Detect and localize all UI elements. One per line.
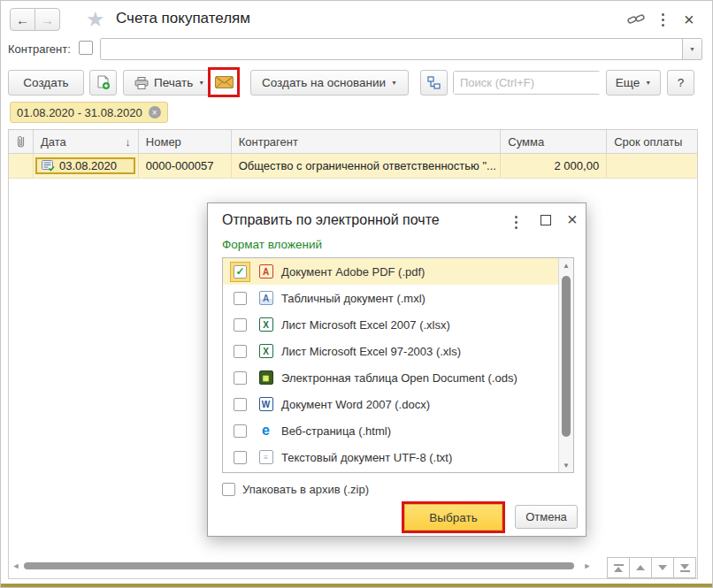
xlsx-checkbox[interactable] xyxy=(234,318,247,332)
zip-checkbox[interactable] xyxy=(222,483,235,496)
format-label: Электронная таблица Open Document (.ods) xyxy=(281,371,518,385)
dialog-close-icon[interactable]: × xyxy=(567,210,578,228)
triangle-up-icon xyxy=(614,567,623,572)
window-menu-icon[interactable] xyxy=(662,13,664,27)
copy-new-button[interactable] xyxy=(89,70,117,95)
vscroll-thumb[interactable] xyxy=(562,276,571,437)
format-row-pdf[interactable]: ✓ A Документ Adobe PDF (.pdf) xyxy=(223,258,560,285)
format-label: Табличный документ (.mxl) xyxy=(281,292,426,305)
page-up-button[interactable] xyxy=(629,557,652,578)
window-close-icon[interactable]: × xyxy=(684,11,694,28)
ods-checkbox[interactable] xyxy=(234,371,247,385)
hscroll-thumb[interactable] xyxy=(24,562,574,569)
html-checkbox[interactable] xyxy=(234,424,247,438)
paperclip-icon xyxy=(16,134,26,149)
sum-column-label: Сумма xyxy=(508,135,544,149)
printer-icon xyxy=(134,77,149,89)
forward-button[interactable]: → xyxy=(34,8,60,31)
email-envelope-icon[interactable] xyxy=(215,76,234,88)
txt-checkbox[interactable] xyxy=(234,451,247,464)
favorite-star-icon[interactable]: ★ xyxy=(86,7,105,32)
chevron-down-icon: ▼ xyxy=(198,80,204,86)
counterparty-column-label: Контрагент xyxy=(239,135,298,149)
checkbox-cell xyxy=(230,288,250,309)
dialog-vertical-scrollbar[interactable]: ▲ ▼ xyxy=(558,258,573,472)
row-counterparty-cell[interactable]: Общество с ограниченной ответственностью… xyxy=(232,154,502,178)
web-page-icon: e xyxy=(259,424,273,438)
number-column-header[interactable]: Номер xyxy=(139,130,232,153)
format-row-html[interactable]: e Веб-страница (.html) xyxy=(223,417,573,444)
selected-cell[interactable]: 03.08.2020 xyxy=(35,157,135,174)
remove-filter-icon[interactable]: × xyxy=(149,106,161,118)
print-button[interactable]: Печать ▼ xyxy=(123,70,216,95)
dialog-menu-icon[interactable] xyxy=(515,216,518,229)
format-label: Документ Adobe PDF (.pdf) xyxy=(281,265,425,279)
format-row-ods[interactable]: ▦ Электронная таблица Open Document (.od… xyxy=(223,364,573,391)
back-button[interactable]: ← xyxy=(10,8,35,31)
create-button-label: Создать xyxy=(23,76,68,89)
period-filter-text: 01.08.2020 - 31.08.2020 xyxy=(17,106,142,119)
counterparty-checkbox[interactable] xyxy=(79,41,93,55)
format-label: Текстовый документ UTF-8 (.txt) xyxy=(281,451,452,464)
dialog-maximize-icon[interactable] xyxy=(540,215,551,225)
date-column-header[interactable]: Дата↓ xyxy=(34,130,139,153)
link-icon[interactable] xyxy=(627,12,645,29)
scroll-down-icon[interactable]: ▼ xyxy=(559,458,573,472)
format-row-mxl[interactable]: A Табличный документ (.mxl) xyxy=(223,285,573,311)
zip-option[interactable]: Упаковать в архив (.zip) xyxy=(222,483,369,496)
select-button-annotation: Выбрать xyxy=(402,501,505,533)
xls-checkbox[interactable] xyxy=(234,345,247,358)
search-input[interactable] xyxy=(454,72,622,94)
sum-column-header[interactable]: Сумма xyxy=(501,130,607,153)
format-row-xls[interactable]: X Лист Microsoft Excel 97-2003 (.xls) xyxy=(223,338,573,364)
sort-desc-icon: ↓ xyxy=(125,135,131,149)
period-filter-tag[interactable]: 01.08.2020 - 31.08.2020 × xyxy=(10,102,168,123)
counterparty-column-header[interactable]: Контрагент xyxy=(232,130,502,153)
scroll-right-icon[interactable]: ► xyxy=(581,561,594,570)
pdf-checkbox[interactable]: ✓ xyxy=(234,265,247,279)
table-row[interactable]: 03.08.2020 0000-000057 Общество с ограни… xyxy=(9,154,697,179)
go-last-button[interactable] xyxy=(673,557,696,578)
checkbox-cell xyxy=(230,341,250,362)
create-based-on-button[interactable]: Создать на основании ▼ xyxy=(250,70,409,95)
row-number-cell[interactable]: 0000-000057 xyxy=(139,154,232,178)
format-row-xlsx[interactable]: X Лист Microsoft Excel 2007 (.xlsx) xyxy=(223,311,573,338)
horizontal-scrollbar[interactable]: ◄ ► xyxy=(10,558,594,574)
page-title: Счета покупателям xyxy=(116,10,250,27)
table-header: Дата↓ Номер Контрагент Сумма Срок оплаты xyxy=(9,130,697,154)
counterparty-input[interactable] xyxy=(101,39,682,59)
go-first-button[interactable] xyxy=(607,557,630,578)
format-row-docx[interactable]: W Документ Word 2007 (.docx) xyxy=(223,391,573,417)
docx-checkbox[interactable] xyxy=(234,398,247,411)
select-button[interactable]: Выбрать xyxy=(404,504,502,531)
attachment-column-header[interactable] xyxy=(9,130,34,153)
last-bar-icon xyxy=(680,570,690,572)
scroll-left-icon[interactable]: ◄ xyxy=(10,561,22,570)
due-column-header[interactable]: Срок оплаты xyxy=(607,130,697,153)
format-label: Веб-страница (.html) xyxy=(281,424,391,438)
word-file-icon: W xyxy=(259,397,273,411)
page-down-button[interactable] xyxy=(651,557,674,578)
date-column-label: Дата xyxy=(41,135,66,149)
hscroll-track[interactable] xyxy=(22,561,581,570)
counterparty-dropdown-button[interactable]: ▼ xyxy=(682,39,702,59)
row-date-cell[interactable]: 03.08.2020 xyxy=(34,154,139,178)
related-documents-button[interactable] xyxy=(420,70,448,95)
print-button-label: Печать xyxy=(154,76,193,89)
ods-file-icon: ▦ xyxy=(259,370,273,385)
back-arrow-icon: ← xyxy=(16,12,29,27)
dialog-title: Отправить по электронной почте xyxy=(222,212,440,228)
format-label: Документ Word 2007 (.docx) xyxy=(281,398,430,411)
checkbox-cell xyxy=(230,447,250,468)
mxl-checkbox[interactable] xyxy=(234,292,247,305)
format-row-txt[interactable]: ≡ Текстовый документ UTF-8 (.txt) xyxy=(223,444,573,470)
create-button[interactable]: Создать xyxy=(8,70,84,95)
help-button[interactable]: ? xyxy=(667,70,694,95)
checkbox-cell xyxy=(230,368,250,388)
cancel-button[interactable]: Отмена xyxy=(515,505,578,529)
scroll-up-icon[interactable]: ▲ xyxy=(559,258,573,272)
more-button[interactable]: Еще ▼ xyxy=(606,70,661,95)
row-sum-cell[interactable]: 2 000,00 xyxy=(501,154,607,178)
send-email-dialog: Отправить по электронной почте × Формат … xyxy=(207,202,586,537)
row-due-cell[interactable] xyxy=(607,154,697,178)
